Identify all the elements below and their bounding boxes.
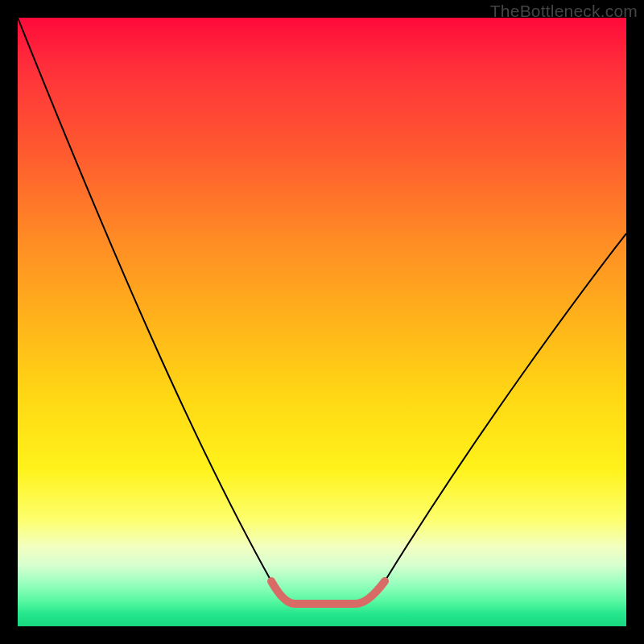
curve-layer: [18, 18, 626, 626]
watermark-text: TheBottleneck.com: [490, 2, 638, 21]
chart-frame: TheBottleneck.com: [0, 0, 644, 644]
sweet-range: [271, 581, 385, 604]
plot-area: [18, 18, 626, 626]
bottleneck-curve: [18, 18, 626, 604]
